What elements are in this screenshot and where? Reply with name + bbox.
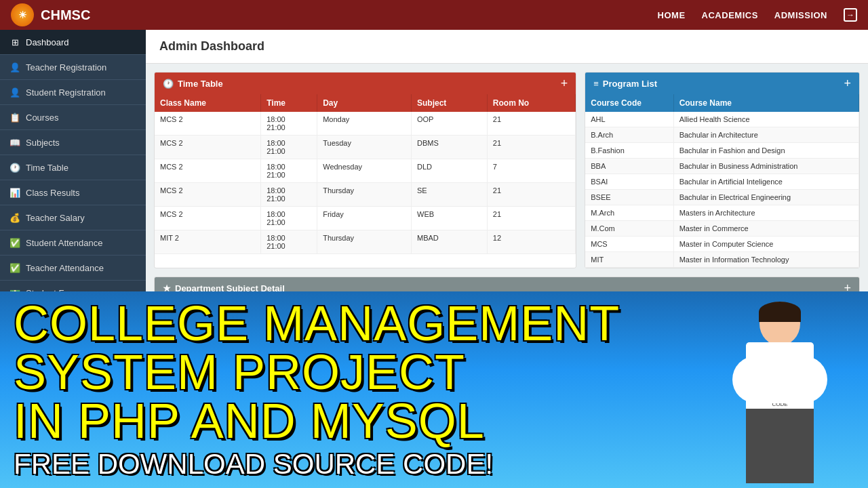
logo-icon: ☀ xyxy=(11,3,34,26)
banner-line4: FREE DOWNLOAD SOURCE CODE! xyxy=(14,448,712,481)
teacher-attendance-icon: ✅ xyxy=(9,262,20,273)
table-row: MCS 218:00 21:00WednesdayDLD7 xyxy=(155,159,576,183)
col-room-no: Room No xyxy=(487,94,575,112)
page-title: Admin Dashboard xyxy=(146,30,868,64)
nav-admission[interactable]: ADMISSION xyxy=(774,10,827,20)
sidebar-label-student-attendance: Student Attendance xyxy=(26,238,102,248)
timetable-header-left: 🕐 Time Table xyxy=(163,79,223,89)
table-row: MCS 218:00 21:00MondayOOP21 xyxy=(155,112,576,136)
program-list-add-button[interactable]: + xyxy=(844,77,851,89)
timetable-icon: 🕐 xyxy=(9,162,20,173)
table-row: MCSMaster in Computer Science xyxy=(585,237,859,252)
teacher-salary-icon: 💰 xyxy=(9,212,20,223)
banner-line2: SYSTEM PROJECT xyxy=(14,348,712,396)
program-list-icon: ≡ xyxy=(593,79,599,89)
timetable-table: Class Name Time Day Subject Room No MCS … xyxy=(155,94,576,254)
timetable-header-icon: 🕐 xyxy=(163,79,174,89)
banner-line1: COLLEGE MANAGEMENT xyxy=(14,299,712,348)
student-attendance-icon: ✅ xyxy=(9,237,20,248)
table-row: MCS 218:00 21:00TuesdayDBMS21 xyxy=(155,136,576,159)
table-row: MIT 218:00 21:00ThursdayMBAD12 xyxy=(155,230,576,254)
col-class-name: Class Name xyxy=(155,94,261,112)
sidebar-label-teacher-reg: Teacher Registration xyxy=(26,62,106,73)
nav-links: HOME ACADEMICS ADMISSION → xyxy=(658,8,857,22)
sidebar-item-courses[interactable]: 📋 Courses xyxy=(0,105,146,130)
program-list-header: ≡ Program List + xyxy=(585,73,859,94)
courses-icon: 📋 xyxy=(9,112,20,123)
table-row: AHLAllied Health Science xyxy=(585,112,859,127)
timetable-add-button[interactable]: + xyxy=(561,77,568,89)
brand-name: CHMSC xyxy=(41,7,90,23)
col-day: Day xyxy=(317,94,412,112)
subjects-icon: 📖 xyxy=(9,137,20,148)
program-list-title: Program List xyxy=(603,79,657,89)
student-reg-icon: 👤 xyxy=(9,87,20,98)
col-time: Time xyxy=(261,94,317,112)
sidebar-item-dashboard[interactable]: ⊞ Dashboard xyxy=(0,30,146,55)
banner-line3: IN PHP AND MYSQL xyxy=(14,396,712,445)
sidebar-label-teacher-attendance: Teacher Attendance xyxy=(26,263,104,273)
sidebar-label-class-results: Class Results xyxy=(26,188,79,198)
nav-home[interactable]: HOME xyxy=(658,10,686,20)
sidebar-label-subjects: Subjects xyxy=(26,138,60,148)
table-row: M.ComMaster in Commerce xyxy=(585,221,859,237)
program-list-table: Course Code Course Name AHLAllied Health… xyxy=(585,94,859,268)
dashboard-icon: ⊞ xyxy=(9,37,20,47)
table-row: BBABachular in Business Administration xyxy=(585,159,859,174)
sidebar-label-dashboard: Dashboard xyxy=(26,37,69,47)
program-list-card: ≡ Program List + Course Code Course Name xyxy=(585,72,860,268)
sidebar-item-teacher-salary[interactable]: 💰 Teacher Salary xyxy=(0,205,146,230)
table-row: MITMaster in Information Technology xyxy=(585,252,859,268)
sidebar-label-courses: Courses xyxy=(26,113,58,123)
table-row: B.ArchBachular in Architecture xyxy=(585,127,859,143)
person-pants xyxy=(746,409,814,483)
sidebar-item-teacher-registration[interactable]: 👤 Teacher Registration xyxy=(0,55,146,80)
logout-icon[interactable]: → xyxy=(844,8,857,22)
table-row: BSEEBachular in Electrical Engineering xyxy=(585,190,859,205)
banner-text: COLLEGE MANAGEMENT SYSTEM PROJECT IN PHP… xyxy=(14,299,712,481)
person-hair xyxy=(759,302,801,322)
sidebar-label-timetable: Time Table xyxy=(26,163,68,173)
overlay-banner: COLLEGE MANAGEMENT SYSTEM PROJECT IN PHP… xyxy=(0,291,868,488)
sidebar-item-student-attendance[interactable]: ✅ Student Attendance xyxy=(0,230,146,256)
program-list-header-left: ≡ Program List xyxy=(593,79,657,89)
sidebar-item-teacher-attendance[interactable]: ✅ Teacher Attendance xyxy=(0,256,146,281)
teacher-reg-icon: 👤 xyxy=(9,62,20,73)
sidebar-label-teacher-salary: Teacher Salary xyxy=(26,213,85,223)
col-course-name: Course Name xyxy=(673,94,859,112)
col-course-code: Course Code xyxy=(585,94,673,112)
brand-area: ☀ CHMSC xyxy=(11,3,90,26)
table-row: BSAIBachular in Artificial Inteligence xyxy=(585,174,859,190)
sidebar-item-class-results[interactable]: 📊 Class Results xyxy=(0,180,146,205)
sidebar-item-student-registration[interactable]: 👤 Student Registration xyxy=(0,80,146,105)
banner-person: IT SLOR CODE xyxy=(712,295,848,485)
table-row: B.FashionBachular in Fashion and Design xyxy=(585,143,859,159)
table-row: MCS 218:00 21:00FridayWEB21 xyxy=(155,207,576,230)
timetable-header: 🕐 Time Table + xyxy=(155,73,576,94)
timetable-title: Time Table xyxy=(178,79,223,89)
timetable-card: 🕐 Time Table + Class Name Time Day xyxy=(154,72,576,268)
person-figure: IT SLOR CODE xyxy=(726,302,834,485)
nav-academics[interactable]: ACADEMICS xyxy=(702,10,758,20)
table-row: MCS 218:00 21:00ThursdaySE21 xyxy=(155,183,576,207)
table-row: M.ArchMasters in Architecture xyxy=(585,205,859,221)
class-results-icon: 📊 xyxy=(9,187,20,198)
top-row: 🕐 Time Table + Class Name Time Day xyxy=(154,72,860,268)
sidebar-item-timetable[interactable]: 🕐 Time Table xyxy=(0,155,146,180)
person-arms xyxy=(732,356,827,403)
sidebar-label-student-reg: Student Registration xyxy=(26,87,106,98)
sidebar-item-subjects[interactable]: 📖 Subjects xyxy=(0,130,146,155)
col-subject: Subject xyxy=(412,94,488,112)
top-navbar: ☀ CHMSC HOME ACADEMICS ADMISSION → xyxy=(0,0,868,30)
